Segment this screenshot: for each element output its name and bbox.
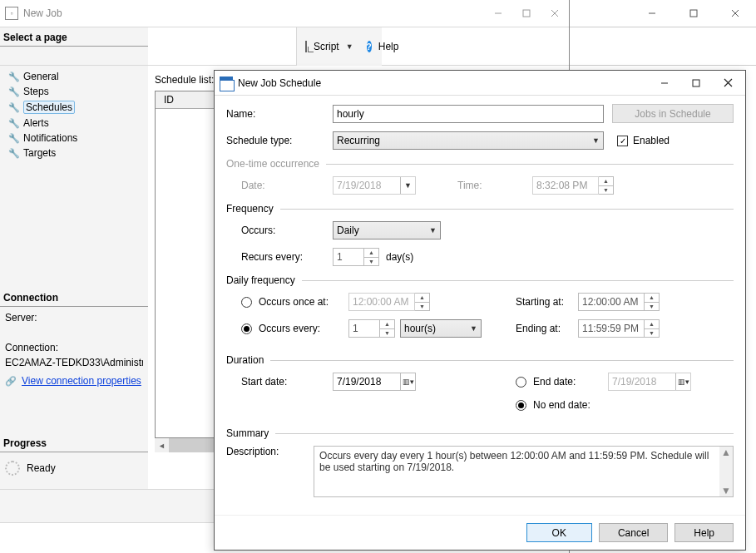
nav-schedules[interactable]: 🔧Schedules xyxy=(8,99,148,116)
help-button[interactable]: Help xyxy=(378,41,399,52)
frequency-group: Frequency Occurs: Daily ▼ Recurs every: … xyxy=(226,203,734,266)
end-date-picker: 7/19/2018 ▥▾ xyxy=(608,373,691,391)
progress-status: Ready xyxy=(27,462,56,474)
description-label: Description: xyxy=(226,446,314,457)
onetime-time-input: 8:32:08 PM xyxy=(532,176,599,195)
occurs-every-value-input[interactable]: 1 ▲▼ xyxy=(348,319,395,338)
wrench-icon: 🔧 xyxy=(8,118,20,129)
chevron-down-icon: ▼ xyxy=(592,136,600,145)
dialog-help-button[interactable]: Help xyxy=(674,523,734,542)
newjob-maximize-button[interactable] xyxy=(512,4,541,22)
description-scrollbar[interactable]: ▲▼ xyxy=(719,447,733,496)
nav-notifications[interactable]: 🔧Notifications xyxy=(8,131,148,146)
occurs-select[interactable]: Daily ▼ xyxy=(333,221,441,239)
name-label: Name: xyxy=(226,108,333,120)
server-value xyxy=(5,327,143,338)
start-date-label: Start date: xyxy=(241,376,333,388)
recurs-label: Recurs every: xyxy=(241,251,333,263)
schedule-type-label: Schedule type: xyxy=(226,135,333,146)
spinner-icon[interactable]: ▲▼ xyxy=(645,319,660,338)
description-textarea[interactable]: Occurs every day every 1 hour(s) between… xyxy=(314,446,734,497)
progress-header: Progress xyxy=(0,433,148,452)
wrench-icon: 🔧 xyxy=(8,86,20,97)
dialog-close-button[interactable] xyxy=(712,72,744,95)
starting-at-input[interactable]: 12:00:00 AM xyxy=(578,293,645,311)
nav-targets[interactable]: 🔧Targets xyxy=(8,146,148,160)
help-icon: ? xyxy=(367,41,372,52)
spinner-icon: ▲▼ xyxy=(415,293,430,311)
connection-label: Connection: xyxy=(5,342,143,353)
occurs-once-radio[interactable] xyxy=(241,297,252,308)
occurs-every-unit-select[interactable]: hour(s) ▼ xyxy=(400,319,482,338)
name-input[interactable] xyxy=(333,105,604,123)
svg-rect-0 xyxy=(690,10,697,17)
ending-at-input[interactable]: 11:59:59 PM xyxy=(578,319,645,338)
bg-maximize-button[interactable] xyxy=(679,4,708,22)
dialog-minimize-button[interactable] xyxy=(649,72,680,95)
calendar-dropdown-icon: ▥▾ xyxy=(675,373,690,390)
onetime-date-picker: 7/19/2018 ▼ xyxy=(333,176,416,195)
starting-at-label: Starting at: xyxy=(516,296,578,308)
onetime-date-label: Date: xyxy=(241,180,333,191)
recurs-unit-label: day(s) xyxy=(386,251,413,263)
recurs-every-input[interactable]: 1 ▲▼ xyxy=(333,248,379,266)
no-end-date-label: No end date: xyxy=(533,399,590,411)
occurs-once-time-input: 12:00:00 AM xyxy=(348,293,415,311)
select-page-header: Select a page xyxy=(0,27,148,47)
nav-general[interactable]: 🔧General xyxy=(8,69,148,84)
wrench-icon: 🔧 xyxy=(8,133,20,144)
ending-at-label: Ending at: xyxy=(516,323,578,334)
occurs-label: Occurs: xyxy=(241,225,333,236)
spinner-icon[interactable]: ▲▼ xyxy=(380,319,395,338)
end-date-label: End date: xyxy=(533,376,608,388)
wrench-icon: 🔧 xyxy=(8,102,20,113)
schedule-icon xyxy=(220,77,233,90)
enabled-checkbox[interactable]: ✓ Enabled xyxy=(617,135,670,146)
newjob-minimize-button[interactable] xyxy=(484,4,512,22)
dialog-maximize-button[interactable] xyxy=(680,72,712,95)
scroll-left-icon[interactable]: ◄ xyxy=(155,438,169,452)
no-end-date-radio[interactable] xyxy=(516,400,526,411)
wrench-icon: 🔧 xyxy=(8,148,20,159)
one-time-group: One-time occurrence Date: 7/19/2018 ▼ Ti… xyxy=(226,158,734,195)
end-date-radio[interactable] xyxy=(516,377,526,388)
new-job-title: New Job xyxy=(23,7,62,19)
nav-alerts[interactable]: 🔧Alerts xyxy=(8,116,148,131)
view-connection-properties-link[interactable]: View connection properties xyxy=(22,375,141,387)
svg-rect-2 xyxy=(693,80,699,86)
onetime-time-label: Time: xyxy=(457,180,507,191)
cancel-button[interactable]: Cancel xyxy=(599,523,668,542)
dialog-titlebar: New Job Schedule xyxy=(215,71,745,96)
connection-header: Connection xyxy=(0,288,148,307)
scroll-thumb[interactable] xyxy=(169,438,219,452)
chevron-down-icon: ▼ xyxy=(470,324,477,333)
occurs-every-radio[interactable] xyxy=(241,323,252,334)
newjob-close-button[interactable] xyxy=(541,4,569,22)
ok-button[interactable]: OK xyxy=(526,523,592,542)
spinner-icon: ▲▼ xyxy=(599,176,614,195)
svg-rect-1 xyxy=(523,10,530,17)
background-window-titlebar xyxy=(570,0,756,27)
bg-minimize-button[interactable] xyxy=(638,4,666,22)
chevron-down-icon: ▼ xyxy=(429,226,437,235)
spinner-icon[interactable]: ▲▼ xyxy=(364,248,379,266)
script-icon xyxy=(305,41,307,52)
duration-group: Duration Start date: 7/19/2018 ▥▾ xyxy=(226,354,734,419)
occurs-once-label: Occurs once at: xyxy=(259,296,348,308)
script-dropdown-arrow[interactable]: ▼ xyxy=(346,42,353,51)
nav-steps[interactable]: 🔧Steps xyxy=(8,84,148,99)
start-date-picker[interactable]: 7/19/2018 ▥▾ xyxy=(333,373,416,391)
script-button[interactable]: Script xyxy=(314,41,339,52)
checkbox-icon: ✓ xyxy=(617,136,628,146)
dialog-title: New Job Schedule xyxy=(238,77,321,89)
schedule-type-select[interactable]: Recurring ▼ xyxy=(333,131,604,150)
page-nav: 🔧General 🔧Steps 🔧Schedules 🔧Alerts 🔧Noti… xyxy=(0,66,148,160)
connection-value: EC2AMAZ-TEDKD33\Administrator xyxy=(5,357,143,368)
jobs-in-schedule-button: Jobs in Schedule xyxy=(612,104,734,123)
wrench-icon: 🔧 xyxy=(8,72,20,82)
spinner-icon[interactable]: ▲▼ xyxy=(645,293,660,311)
new-job-schedule-dialog: New Job Schedule Name: Jobs in Schedule … xyxy=(214,70,746,551)
connection-body: Server: Connection: EC2AMAZ-TEDKD33\Admi… xyxy=(0,307,148,397)
bg-close-button[interactable] xyxy=(721,4,749,22)
new-job-window-icon: ▫ xyxy=(5,7,18,20)
